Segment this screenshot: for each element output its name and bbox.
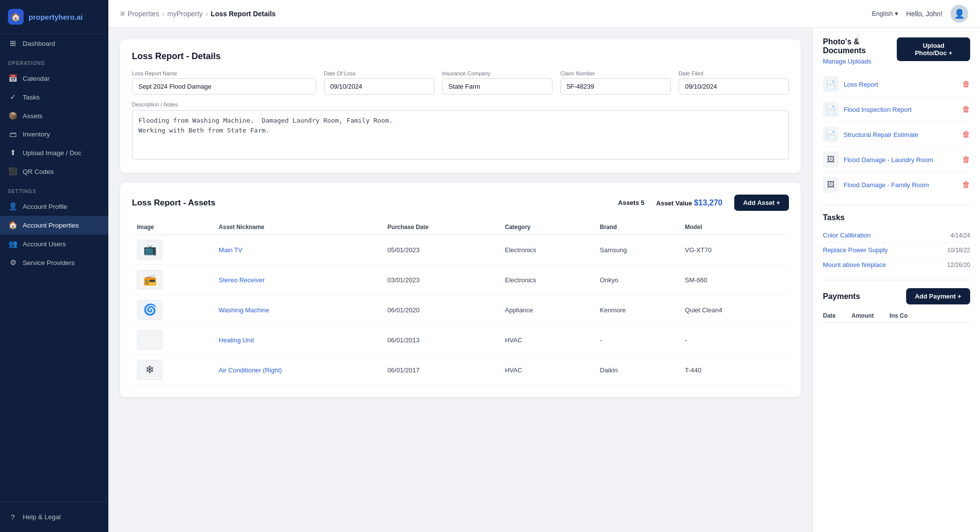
task-name[interactable]: Replace Power Supply: [823, 246, 888, 254]
sidebar-item-account-properties[interactable]: 🏠 Account Properties: [0, 216, 108, 234]
sidebar-item-label: Account Profile: [23, 203, 67, 210]
sidebar-item-qr[interactable]: ⬛ QR Codes: [0, 162, 108, 181]
col-nickname: Asset Nickname: [214, 220, 383, 235]
header-right: English ▾ Hello, John! 👤: [872, 5, 968, 23]
payment-col-ins: Ins Co: [889, 312, 908, 319]
asset-nickname-link[interactable]: Heating Unit: [219, 336, 254, 344]
task-name[interactable]: Color Calibration: [823, 232, 871, 239]
assets-table-head: Image Asset Nickname Purchase Date Categ…: [132, 220, 789, 235]
divider-tasks: [823, 205, 970, 205]
asset-brand: Samsung: [595, 235, 680, 265]
asset-nickname-link[interactable]: Main TV: [219, 246, 242, 254]
asset-nickname-link[interactable]: Stereo Receiver: [219, 276, 264, 284]
delete-doc-button[interactable]: 🗑: [962, 155, 970, 164]
manage-uploads-link[interactable]: Manage Uploads: [823, 58, 871, 65]
loss-report-name-input[interactable]: [132, 78, 316, 95]
document-name[interactable]: Loss Report: [844, 81, 957, 88]
delete-doc-button[interactable]: 🗑: [962, 105, 970, 114]
calendar-icon: 📅: [8, 74, 18, 83]
asset-category: Electronics: [500, 265, 595, 295]
claim-number-input[interactable]: [560, 78, 671, 95]
insurance-company-input[interactable]: [442, 78, 553, 95]
logo-name: propertyhero: [29, 13, 74, 21]
delete-doc-button[interactable]: 🗑: [962, 130, 970, 139]
sidebar-item-calendar[interactable]: 📅 Calendar: [0, 69, 108, 88]
qr-icon: ⬛: [8, 167, 18, 176]
delete-doc-button[interactable]: 🗑: [962, 180, 970, 189]
breadcrumb-properties[interactable]: Properties: [128, 10, 159, 18]
sidebar-item-help[interactable]: ? Help & Legal: [0, 508, 108, 526]
task-name[interactable]: Mount above fireplace: [823, 261, 886, 268]
document-name[interactable]: Flood Damage - Laundry Room: [844, 156, 957, 164]
photos-title: Photo's & Documents: [823, 37, 897, 55]
loss-report-card: Loss Report - Details Loss Report Name D…: [120, 39, 801, 173]
breadcrumb-icon: ≡: [120, 9, 125, 18]
payments-header: Payments Add Payment +: [823, 288, 970, 304]
operations-label: OPERATIONS: [0, 53, 108, 69]
asset-model: SM-660: [680, 265, 789, 295]
asset-brand: Kenmore: [595, 295, 680, 325]
content-area: Loss Report - Details Loss Report Name D…: [108, 28, 980, 532]
file-doc-icon: 📄: [823, 127, 839, 142]
assets-count: 5: [641, 199, 644, 206]
logo: 🏠 propertyhero.ai: [0, 0, 108, 34]
breadcrumb-sep-2: ›: [205, 10, 208, 18]
col-category: Category: [500, 220, 595, 235]
asset-value: $13,270: [694, 199, 722, 207]
table-row: ❄Air Conditioner (Right)06/01/2017HVACDa…: [132, 355, 789, 385]
sidebar-item-label: Calendar: [23, 75, 50, 82]
asset-nickname-link[interactable]: Washing Machine: [219, 306, 269, 314]
sidebar-item-assets[interactable]: 📦 Assets: [0, 106, 108, 125]
asset-purchase-date: 06/01/2013: [383, 325, 500, 355]
payment-col-amount: Amount: [851, 312, 874, 319]
sidebar-item-account-users[interactable]: 👥 Account Users: [0, 234, 108, 253]
asset-image: ❄: [137, 360, 163, 380]
breadcrumb-current: Loss Report Details: [211, 10, 275, 18]
table-row: 📺Main TV05/01/2023ElectronicsSamsungVG-X…: [132, 235, 789, 265]
sidebar-item-upload[interactable]: ⬆ Upload Image / Doc: [0, 143, 108, 162]
notes-textarea[interactable]: [132, 110, 789, 160]
claim-number-group: Claim Number: [560, 70, 671, 95]
sidebar-item-inventory[interactable]: 🗃 Inventory: [0, 125, 108, 143]
sidebar-item-dashboard[interactable]: ⊞ Dashboard: [0, 34, 108, 53]
sidebar-item-label: Upload Image / Doc: [23, 149, 81, 157]
delete-doc-button[interactable]: 🗑: [962, 80, 970, 89]
sidebar-item-service-providers[interactable]: ⚙ Service Providers: [0, 253, 108, 272]
col-brand: Brand: [595, 220, 680, 235]
date-filed-input[interactable]: [679, 78, 789, 95]
sidebar-item-label: Dashboard: [23, 40, 55, 47]
help-icon: ?: [8, 513, 18, 521]
inventory-icon: 🗃: [8, 130, 18, 138]
sidebar-item-account-profile[interactable]: 👤 Account Profile: [0, 197, 108, 216]
sidebar-item-label: Account Users: [23, 240, 66, 248]
breadcrumb-myproperty[interactable]: myProperty: [167, 10, 203, 18]
payments-title: Payments: [823, 292, 860, 301]
add-payment-button[interactable]: Add Payment +: [906, 288, 970, 304]
document-name[interactable]: Structural Repair Estimate: [844, 131, 957, 138]
loss-report-title: Loss Report - Details: [132, 51, 789, 62]
date-filed-label: Date Filed: [679, 70, 789, 76]
sidebar-item-tasks[interactable]: ✓ Tasks: [0, 88, 108, 106]
main-panel: Loss Report - Details Loss Report Name D…: [108, 28, 813, 532]
asset-category: HVAC: [500, 325, 595, 355]
document-name[interactable]: Flood Inspection Report: [844, 106, 957, 113]
tasks-title: Tasks: [823, 213, 970, 222]
asset-image: 📻: [137, 270, 163, 290]
date-of-loss-input[interactable]: [324, 78, 434, 95]
photos-header-row: Photo's & Documents Manage Uploads Uploa…: [823, 37, 970, 65]
dashboard-icon: ⊞: [8, 39, 18, 48]
col-image: Image: [132, 220, 214, 235]
task-item: Mount above fireplace12/26/20: [823, 258, 970, 272]
asset-purchase-date: 06/01/2017: [383, 355, 500, 385]
task-date: 10/18/22: [947, 247, 970, 254]
document-name[interactable]: Flood Damage - Family Room: [844, 181, 957, 189]
asset-model: Quiet Clean4: [680, 295, 789, 325]
main-area: ≡ Properties › myProperty › Loss Report …: [108, 0, 980, 532]
upload-photo-button[interactable]: Upload Photo/Doc +: [897, 37, 970, 61]
table-row: 📻Stereo Receiver03/01/2023ElectronicsOnk…: [132, 265, 789, 295]
add-asset-button[interactable]: Add Asset +: [734, 195, 789, 211]
assets-table: Image Asset Nickname Purchase Date Categ…: [132, 220, 789, 385]
language-selector[interactable]: English ▾: [872, 10, 898, 17]
asset-nickname-link[interactable]: Air Conditioner (Right): [219, 366, 282, 374]
document-list: 📄Loss Report🗑📄Flood Inspection Report🗑📄S…: [823, 72, 970, 197]
